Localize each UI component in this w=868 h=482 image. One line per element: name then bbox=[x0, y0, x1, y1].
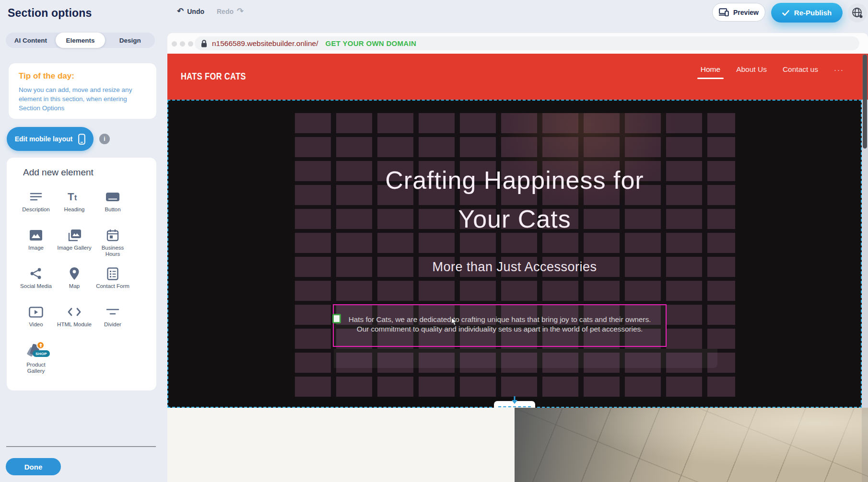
image-gallery-icon bbox=[67, 228, 82, 242]
resize-handle-left[interactable] bbox=[332, 314, 341, 323]
nav-contact-us[interactable]: Contact us bbox=[783, 65, 818, 74]
sidebar-tab-bar: AI Content Elements Design bbox=[6, 33, 155, 48]
element-video[interactable]: Video bbox=[17, 302, 55, 341]
next-section-photo[interactable] bbox=[515, 408, 868, 482]
undo-icon: ↶ bbox=[177, 7, 184, 15]
hero-headline-line2: Your Cats bbox=[168, 200, 861, 239]
element-label: Button bbox=[105, 207, 120, 213]
page-title: Section options bbox=[8, 7, 92, 20]
preview-button[interactable]: Preview bbox=[712, 3, 765, 22]
undo-label: Undo bbox=[187, 8, 204, 15]
hero-description: Hats for Cats, we are dedicated to craft… bbox=[334, 305, 666, 334]
element-label: Product Gallery bbox=[18, 362, 54, 374]
description-icon bbox=[28, 190, 44, 204]
business-hours-icon bbox=[105, 228, 120, 242]
tab-elements-label: Elements bbox=[66, 37, 94, 44]
heading-icon: Tt bbox=[67, 190, 82, 204]
image-icon bbox=[28, 228, 44, 242]
tab-ai-content-label: AI Content bbox=[14, 37, 47, 44]
browser-dot bbox=[172, 41, 177, 46]
element-product-gallery[interactable]: SHOP Product Gallery bbox=[17, 341, 55, 379]
element-label: Divider bbox=[104, 321, 121, 328]
done-label: Done bbox=[24, 463, 43, 471]
element-label: Image Gallery bbox=[57, 245, 92, 251]
element-social-media[interactable]: Social Media bbox=[17, 264, 55, 302]
element-button[interactable]: Button bbox=[94, 187, 132, 226]
element-label: Video bbox=[29, 321, 43, 328]
element-divider[interactable]: Divider bbox=[94, 302, 132, 341]
element-contact-form[interactable]: Contact Form bbox=[94, 264, 132, 302]
site-nav: Home About Us Contact us ··· bbox=[701, 65, 844, 74]
edit-mobile-layout-label: Edit mobile layout bbox=[15, 135, 73, 143]
republish-button[interactable]: Re-Publish bbox=[771, 3, 843, 23]
resize-dash-line bbox=[498, 406, 531, 407]
next-section-background[interactable] bbox=[167, 408, 515, 482]
nav-more-icon[interactable]: ··· bbox=[834, 66, 844, 74]
hero-section[interactable]: Crafting Happiness for Your Cats More th… bbox=[167, 100, 862, 408]
nav-home[interactable]: Home bbox=[701, 65, 720, 74]
tip-of-the-day-card: Tip of the day: Now you can add, move an… bbox=[9, 63, 156, 119]
lock-icon bbox=[201, 40, 207, 47]
undo-button[interactable]: ↶ Undo bbox=[177, 7, 204, 15]
site-header: HATS FOR CATS Home About Us Contact us ·… bbox=[167, 54, 868, 100]
phone-icon bbox=[78, 134, 85, 145]
element-business-hours[interactable]: Business Hours bbox=[94, 226, 132, 264]
hero-description-line2: Our commitment to quality and individual… bbox=[334, 324, 666, 334]
preview-scrollbar-track[interactable] bbox=[862, 54, 868, 482]
edit-mobile-layout-button[interactable]: Edit mobile layout bbox=[7, 127, 94, 151]
hero-subtitle[interactable]: More than Just Accessories bbox=[168, 260, 861, 275]
shop-badge: SHOP bbox=[33, 350, 50, 357]
contact-form-icon bbox=[105, 266, 120, 281]
tab-ai-content[interactable]: AI Content bbox=[6, 33, 56, 48]
element-label: Heading bbox=[64, 207, 85, 213]
upgrade-arrow-icon bbox=[36, 341, 45, 349]
element-label: Image bbox=[28, 245, 44, 251]
tab-elements[interactable]: Elements bbox=[56, 33, 106, 48]
element-image[interactable]: Image bbox=[17, 226, 55, 264]
preview-scrollbar-thumb[interactable] bbox=[863, 55, 867, 149]
globe-icon bbox=[852, 7, 863, 19]
element-heading[interactable]: Tt Heading bbox=[55, 187, 94, 226]
add-element-panel: Add new element Description Tt Heading B… bbox=[7, 158, 156, 390]
element-description[interactable]: Description bbox=[17, 187, 55, 226]
code-icon bbox=[67, 305, 82, 319]
info-glyph: i bbox=[104, 136, 105, 142]
done-button[interactable]: Done bbox=[6, 458, 61, 475]
element-label: Map bbox=[69, 283, 80, 289]
element-label: Description bbox=[22, 207, 50, 213]
video-icon bbox=[28, 305, 44, 319]
preview-label: Preview bbox=[733, 9, 759, 16]
devices-icon bbox=[719, 8, 729, 16]
globe-button[interactable] bbox=[848, 3, 867, 23]
element-grid: Description Tt Heading Button Image bbox=[17, 187, 132, 379]
tab-design[interactable]: Design bbox=[105, 33, 155, 48]
element-label: Business Hours bbox=[95, 245, 130, 257]
element-label: Contact Form bbox=[96, 283, 129, 289]
browser-dot bbox=[188, 41, 193, 46]
add-element-title: Add new element bbox=[23, 167, 94, 178]
tab-design-label: Design bbox=[119, 37, 141, 44]
element-html-module[interactable]: HTML Module bbox=[55, 302, 94, 341]
product-gallery-icon: SHOP bbox=[27, 343, 45, 359]
button-icon bbox=[105, 190, 120, 204]
website-builder-app: Section options AI Content Elements Desi… bbox=[0, 0, 868, 482]
address-bar[interactable]: n1566589.websitebuilder.online/ GET YOUR… bbox=[195, 36, 859, 50]
selected-text-element[interactable]: Hats for Cats, we are dedicated to craft… bbox=[333, 304, 667, 347]
tip-heading: Tip of the day: bbox=[19, 71, 146, 81]
browser-dot bbox=[180, 41, 185, 46]
redo-button[interactable]: Redo ↷ bbox=[217, 7, 244, 15]
element-map[interactable]: Map bbox=[55, 264, 94, 302]
divider-icon bbox=[105, 305, 120, 319]
hero-description-line1: Hats for Cats, we are dedicated to craft… bbox=[334, 315, 666, 324]
get-domain-link[interactable]: GET YOUR OWN DOMAIN bbox=[325, 39, 416, 47]
element-label: Social Media bbox=[20, 283, 52, 289]
site-logo[interactable]: HATS FOR CATS bbox=[181, 71, 246, 82]
nav-about-us[interactable]: About Us bbox=[736, 65, 767, 74]
sidebar-divider bbox=[6, 446, 156, 447]
info-icon[interactable]: i bbox=[99, 134, 110, 144]
element-image-gallery[interactable]: Image Gallery bbox=[55, 226, 94, 264]
hero-headline[interactable]: Crafting Happiness for Your Cats bbox=[168, 161, 861, 239]
traffic-light-dots bbox=[172, 41, 193, 46]
svg-text:T: T bbox=[68, 191, 74, 203]
social-media-icon bbox=[28, 266, 44, 281]
